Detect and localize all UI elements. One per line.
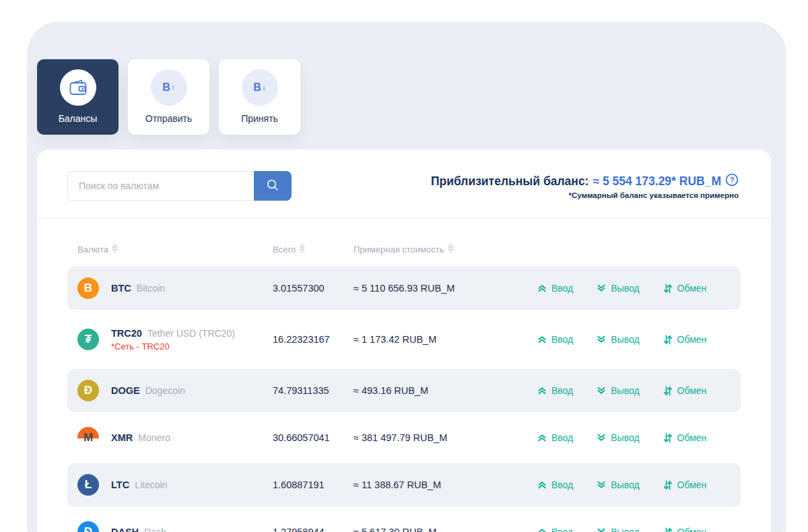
deposit-link[interactable]: Ввод [537, 385, 573, 396]
double-chevron-up-icon [537, 433, 547, 442]
tab-receive[interactable]: B↓ Принять [219, 59, 300, 135]
tab-balances-label: Балансы [59, 113, 98, 124]
double-chevron-up-icon [537, 335, 547, 344]
deposit-link[interactable]: Ввод [537, 283, 573, 294]
bitcoin-send-icon: B↑ [151, 69, 187, 106]
deposit-link[interactable]: Ввод [537, 479, 573, 490]
column-header-currency[interactable]: Валюта [67, 244, 273, 255]
main-panel: Балансы B↑ Отправить B↓ Принять [27, 22, 786, 532]
total-amount: 30.66057041 [273, 432, 354, 443]
double-chevron-down-icon [597, 433, 606, 442]
deposit-link[interactable]: Ввод [537, 527, 573, 532]
currency-cell: M XMR Monero [67, 427, 273, 448]
exchange-link[interactable]: Обмен [663, 334, 707, 345]
help-icon[interactable]: ? [725, 173, 739, 189]
search-input[interactable] [67, 171, 254, 201]
total-amount: 16.22323167 [273, 334, 354, 345]
table-row: Ł LTC Litecoin 1.60887191 ≈ 11 388.67 RU… [67, 463, 741, 506]
coin-name: Litecoin [135, 479, 167, 490]
tab-send-label: Отправить [145, 113, 192, 124]
double-chevron-up-icon [537, 284, 547, 293]
table-row: Ð DOGE Dogecoin 74.79311335 ≈ 493.16 RUB… [67, 369, 741, 412]
double-chevron-down-icon [597, 480, 606, 490]
coin-icon: ₮ [77, 329, 99, 350]
wallet-icon [60, 69, 96, 106]
coin-icon: Ð [77, 521, 99, 532]
withdraw-link[interactable]: Вывод [597, 527, 639, 532]
table-row: B BTC Bitcoin 3.01557300 ≈ 5 110 656.93 … [67, 267, 741, 310]
coin-symbol: DASH [111, 527, 139, 532]
currency-cell: B BTC Bitcoin [67, 277, 273, 299]
deposit-link[interactable]: Ввод [537, 334, 573, 345]
column-header-approx-value[interactable]: Примерная стоимость [354, 244, 529, 255]
coin-symbol: XMR [111, 432, 133, 443]
double-chevron-down-icon [597, 386, 606, 395]
double-chevron-up-icon [537, 386, 547, 395]
withdraw-link[interactable]: Вывод [597, 432, 639, 443]
top-tabs: Балансы B↑ Отправить B↓ Принять [37, 59, 300, 135]
currency-cell: Ð DOGE Dogecoin [67, 380, 273, 401]
tab-balances[interactable]: Балансы [37, 59, 119, 135]
double-chevron-down-icon [597, 335, 606, 344]
card-header: Приблизительный баланс: ≈ 5 554 173.29* … [37, 149, 771, 218]
table-row: M XMR Monero 30.66057041 ≈ 381 497.79 RU… [67, 416, 741, 459]
coin-name: Bitcoin [137, 283, 165, 294]
total-amount: 3.01557300 [273, 283, 354, 294]
exchange-link[interactable]: Обмен [663, 283, 707, 294]
app-window: Балансы B↑ Отправить B↓ Принять [0, 0, 808, 532]
approx-value: ≈ 381 497.79 RUB_M [354, 432, 529, 443]
approx-value: ≈ 5 617.30 RUB_M [354, 527, 529, 532]
sort-icon [299, 244, 305, 255]
balance-footnote: *Суммарный баланс указывается примерно [431, 191, 739, 199]
approx-value: ≈ 493.16 RUB_M [354, 385, 529, 396]
balance-value: ≈ 5 554 173.29* RUB_M [593, 174, 721, 189]
coin-symbol: BTC [111, 283, 131, 294]
svg-text:?: ? [730, 176, 735, 184]
search-button[interactable] [254, 171, 292, 201]
table-row: ₮ TRC20 Tether USD (TRC20) *Сеть - TRC20… [67, 314, 741, 365]
search-icon [266, 178, 279, 194]
sort-icon [448, 244, 454, 255]
tab-send[interactable]: B↑ Отправить [128, 59, 209, 135]
coin-icon: Ł [77, 474, 99, 496]
search-group [67, 171, 292, 201]
coin-name: Monero [138, 432, 170, 443]
balances-card: Приблизительный баланс: ≈ 5 554 173.29* … [37, 149, 771, 532]
withdraw-link[interactable]: Вывод [597, 479, 639, 490]
coin-symbol: LTC [111, 479, 129, 490]
total-amount: 1.60887191 [273, 479, 354, 490]
coin-symbol: DOGE [111, 385, 140, 396]
currency-cell: ₮ TRC20 Tether USD (TRC20) *Сеть - TRC20 [67, 328, 273, 352]
exchange-arrows-icon [663, 480, 673, 490]
exchange-arrows-icon [663, 335, 673, 345]
double-chevron-up-icon [537, 480, 547, 490]
currency-cell: Ð DASH Dash [67, 521, 273, 532]
exchange-link[interactable]: Обмен [663, 385, 707, 396]
balance-label: Приблизительный баланс: [431, 174, 589, 189]
approx-value: ≈ 1 173.42 RUB_M [354, 334, 529, 345]
tab-receive-label: Принять [241, 113, 278, 124]
deposit-link[interactable]: Ввод [537, 432, 573, 443]
withdraw-link[interactable]: Вывод [597, 334, 639, 345]
exchange-link[interactable]: Обмен [663, 527, 707, 532]
coin-network-note: *Сеть - TRC20 [111, 341, 235, 352]
bitcoin-receive-icon: B↓ [242, 69, 278, 106]
double-chevron-up-icon [537, 527, 547, 532]
exchange-link[interactable]: Обмен [663, 479, 707, 490]
approx-value: ≈ 5 110 656.93 RUB_M [354, 283, 529, 294]
withdraw-link[interactable]: Вывод [597, 283, 639, 294]
coin-icon: M [77, 427, 99, 448]
sort-icon [112, 244, 118, 255]
table-header-row: Валюта Всего Примерная стоимость [67, 218, 741, 267]
exchange-arrows-icon [663, 284, 673, 294]
exchange-link[interactable]: Обмен [663, 432, 707, 443]
column-header-total[interactable]: Всего [273, 244, 354, 255]
exchange-arrows-icon [663, 527, 673, 532]
coin-name: Dogecoin [145, 385, 185, 396]
total-amount: 1.27958944 [273, 527, 354, 532]
total-amount: 74.79311335 [273, 385, 354, 396]
currency-cell: Ł LTC Litecoin [67, 474, 273, 496]
currencies-table: Валюта Всего Примерная стоимость B [37, 218, 771, 532]
withdraw-link[interactable]: Вывод [597, 385, 639, 396]
coin-icon: Ð [77, 380, 99, 401]
